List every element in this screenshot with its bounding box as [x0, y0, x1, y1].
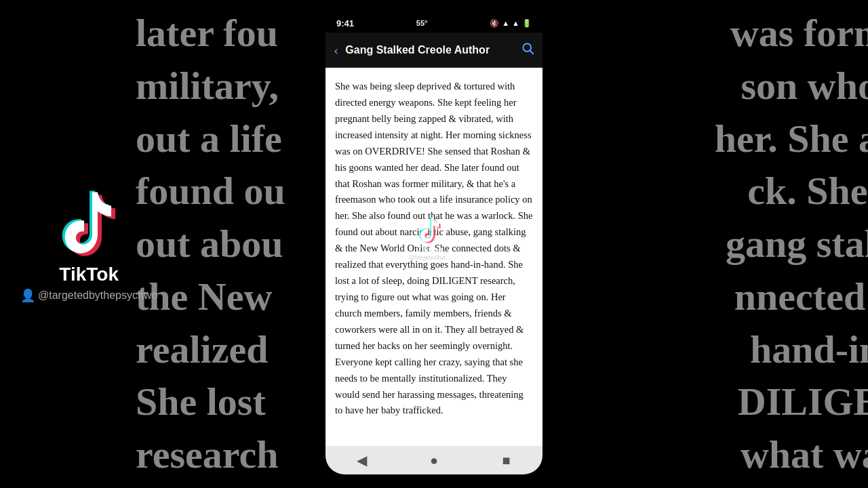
status-time: 9:41: [336, 18, 354, 28]
nav-back-button[interactable]: ◀: [348, 447, 375, 474]
status-bar: 9:41 55° 🔇 ▲ ▲ 🔋: [326, 14, 542, 33]
battery-icon: 🔋: [522, 19, 532, 28]
app-header: ‹ Gang Stalked Creole Author: [326, 33, 542, 68]
article-body: She was being sleep deprived & tortured …: [335, 79, 533, 419]
nav-recents-button[interactable]: ■: [493, 447, 520, 474]
svg-line-1: [530, 51, 534, 54]
phone-container: 9:41 55° 🔇 ▲ ▲ 🔋 ‹ Gang Stalked Creole A…: [326, 14, 542, 474]
bottom-nav: ◀ ● ■: [326, 446, 542, 474]
header-title: Gang Stalked Creole Author: [345, 44, 514, 56]
tiktok-logo-icon: [52, 186, 126, 260]
signal-icon: ▲: [512, 19, 519, 27]
back-button[interactable]: ‹: [334, 41, 338, 59]
article-content: She was being sleep deprived & tortured …: [326, 68, 542, 446]
search-button[interactable]: [521, 41, 534, 58]
status-temp: 55°: [416, 19, 428, 27]
nav-home-button[interactable]: ●: [420, 447, 448, 474]
mute-icon: 🔇: [490, 19, 499, 28]
tiktok-name-label: TikTok: [59, 264, 119, 285]
tiktok-branding: TikTok 👤 @targetedbythepsychwo: [20, 186, 157, 303]
wifi-icon: ▲: [502, 19, 509, 27]
tiktok-username: 👤 @targetedbythepsychwo: [20, 288, 157, 303]
status-icons: 🔇 ▲ ▲ 🔋: [490, 19, 532, 28]
